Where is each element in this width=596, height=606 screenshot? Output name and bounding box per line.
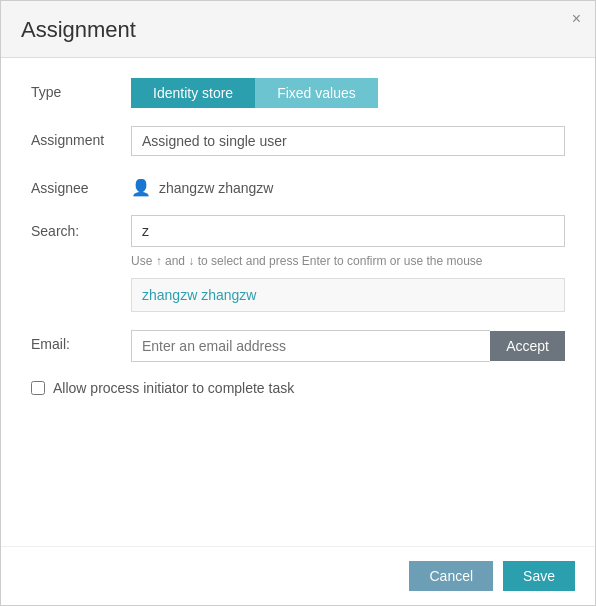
type-row: Type Identity store Fixed values [31,78,565,108]
email-label: Email: [31,330,131,352]
allow-initiator-checkbox[interactable] [31,381,45,395]
modal-title: Assignment [21,17,136,42]
modal-header: Assignment × [1,1,595,58]
assignment-row: Assignment [31,126,565,156]
assignee-label: Assignee [31,174,131,196]
search-input[interactable] [131,215,565,247]
accept-button[interactable]: Accept [490,331,565,361]
identity-store-button[interactable]: Identity store [131,78,255,108]
modal-footer: Cancel Save [1,546,595,605]
email-row: Email: Accept [31,330,565,362]
assignment-modal: Assignment × Type Identity store Fixed v… [0,0,596,606]
type-label: Type [31,78,131,100]
assignee-info: 👤 zhangzw zhangzw [131,174,565,197]
assignment-input[interactable] [131,126,565,156]
assignee-name: zhangzw zhangzw [159,180,273,196]
checkbox-label: Allow process initiator to complete task [53,380,294,396]
email-input-group: Accept [131,330,565,362]
close-button[interactable]: × [572,11,581,27]
modal-body: Type Identity store Fixed values Assignm… [1,58,595,546]
search-hint: Use ↑ and ↓ to select and press Enter to… [131,253,565,270]
search-result-item[interactable]: zhangzw zhangzw [142,287,554,303]
save-button[interactable]: Save [503,561,575,591]
checkbox-row: Allow process initiator to complete task [31,380,565,396]
cancel-button[interactable]: Cancel [409,561,493,591]
type-buttons: Identity store Fixed values [131,78,565,108]
assignee-content: 👤 zhangzw zhangzw [131,174,565,197]
assignment-label: Assignment [31,126,131,148]
email-input[interactable] [131,330,490,362]
assignment-content [131,126,565,156]
search-content: Use ↑ and ↓ to select and press Enter to… [131,215,565,312]
search-row: Search: Use ↑ and ↓ to select and press … [31,215,565,312]
search-label: Search: [31,215,131,239]
fixed-values-button[interactable]: Fixed values [255,78,378,108]
user-icon: 👤 [131,178,151,197]
search-results: zhangzw zhangzw [131,278,565,312]
email-content: Accept [131,330,565,362]
assignee-row: Assignee 👤 zhangzw zhangzw [31,174,565,197]
